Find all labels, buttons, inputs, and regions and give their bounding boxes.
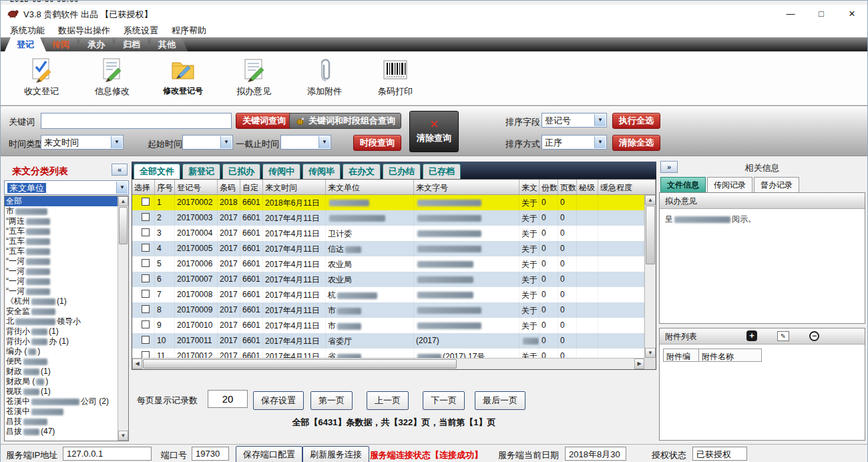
prev-page-button[interactable]: 上一页 — [367, 391, 409, 410]
table-row[interactable]: 1020170011201766012017年4月11日省委厅(2017)00 — [132, 333, 644, 349]
category-item[interactable]: “五车 — [5, 236, 118, 246]
time-query-button[interactable]: 时段查询 — [353, 135, 401, 151]
start-time-select[interactable]: ▼ — [182, 135, 233, 150]
category-type-select[interactable]: 来文单位▼ — [4, 180, 129, 195]
scroll-right-icon[interactable]: ▶ — [634, 359, 644, 369]
toolbar-button-register[interactable]: 收文登记 — [14, 57, 69, 97]
keyword-query-button[interactable]: 关键词查询 — [236, 113, 292, 129]
port-input[interactable]: 19730 — [192, 447, 229, 461]
combo-query-button[interactable]: 关键词和时段组合查询 — [289, 113, 401, 129]
table-row[interactable]: 920170010201766012017年4月11日市关于00 — [132, 318, 644, 333]
row-checkbox[interactable] — [142, 259, 150, 267]
sort-order-select[interactable]: 正序▼ — [541, 135, 607, 150]
table-row[interactable]: 720170008201766012017年4月11日杭关于00 — [132, 287, 644, 302]
add-attachment-icon[interactable]: + — [746, 330, 757, 341]
column-header[interactable]: 来文时间 — [263, 180, 326, 194]
time-type-select[interactable]: 来文时间▼ — [41, 135, 124, 150]
file-tab[interactable]: 已办结 — [383, 164, 421, 179]
column-header[interactable]: 条码 — [218, 180, 240, 194]
row-checkbox[interactable] — [142, 198, 150, 206]
scroll-left-icon[interactable]: ◀ — [132, 359, 142, 369]
close-button[interactable]: ✕ — [837, 5, 867, 22]
category-item[interactable]: “一河 — [5, 276, 118, 286]
related-tab[interactable]: 文件信息 — [660, 177, 706, 194]
category-list-scrollbar[interactable]: ▲ ▼ — [118, 196, 128, 441]
save-settings-button[interactable]: 保存设置 — [253, 391, 304, 410]
category-item[interactable]: “两连 — [5, 216, 118, 226]
scroll-up-icon[interactable]: ▲ — [118, 196, 128, 206]
toolbar-button-add-attachment[interactable]: 添加附件 — [297, 57, 352, 97]
save-port-button[interactable]: 保存端口配置 — [236, 446, 302, 462]
nav-tab[interactable]: 传阅 — [40, 37, 81, 51]
row-checkbox[interactable] — [142, 274, 150, 282]
category-item[interactable]: “五车 — [5, 246, 118, 256]
category-item[interactable]: 背街小(1) — [5, 326, 118, 336]
clear-all-button[interactable]: 清除全选 — [612, 135, 660, 151]
column-header[interactable]: 份数 — [539, 180, 558, 194]
table-row[interactable]: 420170005201766012017年4月11日信达关于00 — [132, 241, 644, 256]
nav-tab[interactable]: 其他 — [146, 37, 188, 51]
file-tab[interactable]: 在办文 — [343, 164, 381, 179]
last-page-button[interactable]: 最后一页 — [475, 391, 525, 410]
table-row[interactable]: 120170002201866012018年6月11日关于00 — [132, 195, 644, 210]
table-horizontal-scrollbar[interactable]: ◀ ▶ — [132, 358, 644, 369]
row-checkbox[interactable] — [142, 336, 150, 344]
table-row[interactable]: 320170004201766012017年4月11日卫计委关于00 — [132, 226, 644, 241]
keyword-input[interactable] — [41, 113, 232, 129]
scroll-thumb[interactable] — [119, 207, 128, 244]
table-row[interactable]: 220170003201766012017年4月11日关于00 — [132, 210, 644, 226]
table-row[interactable]: 1120170012201766012017年4月11日省(2017) 17号关… — [132, 349, 644, 358]
sort-field-select[interactable]: 登记号▼ — [541, 113, 607, 128]
scroll-thumb[interactable] — [143, 359, 457, 369]
nav-tab[interactable]: 承办 — [75, 37, 117, 51]
table-row[interactable]: 820170009201766012017年4月11日市关于00 — [132, 302, 644, 318]
row-checkbox[interactable] — [142, 351, 150, 358]
end-time-select[interactable]: ▼ — [280, 135, 331, 150]
category-item[interactable]: “一河 — [5, 256, 118, 266]
column-header[interactable]: 选择 — [132, 180, 155, 194]
category-item[interactable]: 苍溪中公司 (2) — [5, 397, 118, 407]
column-header[interactable]: 来文字号 — [414, 180, 519, 194]
per-page-input[interactable] — [208, 390, 248, 408]
row-checkbox[interactable] — [142, 320, 150, 328]
server-ip-input[interactable]: 127.0.0.1 — [63, 447, 152, 461]
toolbar-button-change-regno[interactable]: 修改登记号 — [156, 57, 210, 97]
file-tab[interactable]: 已存档 — [423, 164, 461, 179]
toolbar-button-barcode-print[interactable]: 条码打印 — [368, 57, 423, 97]
row-checkbox[interactable] — [142, 213, 150, 221]
column-header[interactable]: 序号 — [155, 180, 175, 194]
category-item[interactable]: 便民 — [5, 357, 118, 367]
category-item[interactable]: 全部 — [5, 196, 118, 206]
clear-query-button[interactable]: ✕ 清除查询 — [409, 111, 459, 152]
column-header[interactable]: 来文 — [519, 180, 539, 194]
category-item[interactable]: “一河 — [5, 286, 118, 296]
category-item[interactable]: 苍溪中 — [5, 407, 118, 417]
scroll-down-icon[interactable]: ▼ — [645, 348, 656, 358]
file-tab[interactable]: 全部文件 — [134, 164, 180, 179]
category-item[interactable]: 安全监 — [5, 306, 118, 316]
category-item[interactable]: 昌技 — [5, 417, 118, 427]
column-header[interactable]: 来文单位 — [326, 180, 414, 194]
category-item[interactable]: 市 — [5, 206, 118, 216]
category-item[interactable]: “一河 — [5, 266, 118, 276]
scroll-up-icon[interactable]: ▲ — [645, 195, 656, 205]
file-tab[interactable]: 传阅毕 — [302, 164, 341, 179]
refresh-connection-button[interactable]: 刷新服务连接 — [302, 446, 369, 462]
next-page-button[interactable]: 下一页 — [423, 391, 465, 410]
minimize-button[interactable]: — — [775, 5, 806, 22]
category-item[interactable]: 北领导小 — [5, 316, 118, 326]
category-item[interactable]: 视联(1) — [5, 387, 118, 397]
edit-attachment-icon[interactable]: ✎ — [777, 331, 789, 341]
category-item[interactable]: 财政(1) — [5, 367, 118, 377]
column-header[interactable]: 秘级 — [577, 180, 598, 194]
nav-tab[interactable]: 归档 — [111, 37, 152, 51]
scroll-down-icon[interactable]: ▼ — [118, 431, 128, 441]
collapse-panel-button[interactable]: « — [112, 164, 128, 176]
file-tab[interactable]: 已拟办 — [222, 164, 260, 179]
row-checkbox[interactable] — [142, 290, 150, 298]
remove-attachment-icon[interactable]: − — [809, 331, 819, 341]
row-checkbox[interactable] — [142, 228, 150, 236]
related-tab[interactable]: 督办记录 — [754, 177, 799, 194]
category-item[interactable]: 昌拔(47) — [5, 427, 118, 437]
row-checkbox[interactable] — [142, 244, 150, 252]
